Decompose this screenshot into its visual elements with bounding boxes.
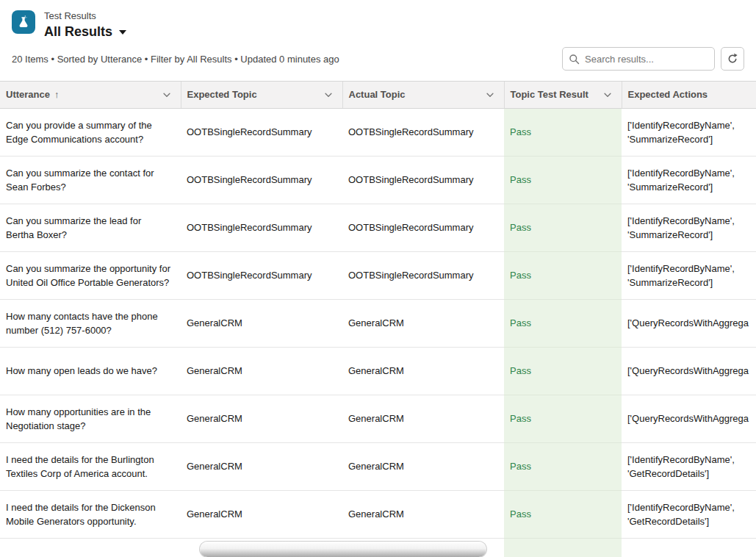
search-icon (569, 54, 580, 65)
entity-label: Test Results (44, 10, 126, 22)
table-row: How many open leads do we have? GeneralC… (0, 347, 756, 395)
table-row: Can you summarize the lead for Bertha Bo… (0, 204, 756, 251)
list-toolbar: 20 Items • Sorted by Utterance • Filter … (12, 47, 744, 71)
expected-actions-cell: ['IdentifyRecordByName', 'GetRecordDetai… (622, 490, 756, 538)
list-view-selector[interactable]: All Results (44, 24, 126, 40)
topic-test-result-cell: Pass (504, 442, 622, 490)
expected-actions-cell: ['IdentifyRecordByName', 'SummarizeRecor… (622, 156, 756, 204)
chevron-down-icon[interactable] (602, 90, 613, 100)
actual-topic-cell: OOTBSingleRecordSummary (342, 251, 504, 299)
utterance-cell: I need the details for the Dickenson Mob… (0, 490, 181, 538)
refresh-icon (727, 53, 738, 65)
table-row: Can you provide a summary of the Edge Co… (0, 108, 756, 156)
actual-topic-cell: OOTBSingleRecordSummary (342, 204, 504, 251)
expected-actions-cell: ['QueryRecordsWithAggrega (622, 299, 756, 347)
table-row: How many opportunities are in the Negoti… (0, 395, 756, 442)
column-header[interactable]: Utterance ↑ (0, 82, 181, 108)
results-table: Utterance ↑ Expected Topic Actual Topic (0, 81, 756, 557)
toolbar-actions (562, 47, 744, 71)
chevron-down-icon[interactable] (485, 90, 495, 100)
refresh-button[interactable] (721, 47, 744, 71)
expected-topic-cell: OOTBSingleRecordSummary (181, 108, 342, 156)
expected-actions-cell: ['IdentifyRecordByName', 'SummarizeRecor… (622, 204, 756, 251)
actual-topic-cell: GeneralCRM (342, 347, 504, 395)
utterance-cell: How many contacts have the phone number … (0, 299, 181, 347)
topic-test-result-cell: Pass (504, 490, 622, 538)
column-header[interactable]: Topic Test Result (504, 82, 622, 108)
column-header-label: Actual Topic (349, 89, 406, 100)
expected-actions-cell: ['QueryRecordsWithAggrega (622, 347, 756, 395)
topic-test-result-cell: Pass (504, 299, 622, 347)
actual-topic-cell: GeneralCRM (342, 299, 504, 347)
column-header-label: Expected Actions (628, 89, 708, 100)
expected-actions-cell: ['IdentifyRecordByName', (622, 538, 756, 557)
column-header-label: Topic Test Result (511, 89, 588, 100)
test-results-page: Test Results All Results 20 Items • Sort… (0, 0, 756, 557)
search-input[interactable] (585, 54, 708, 65)
page-title: All Results (44, 24, 112, 40)
actual-topic-cell: GeneralCRM (342, 442, 504, 490)
search-box (562, 47, 715, 71)
page-header: Test Results All Results (0, 0, 756, 44)
utterance-cell: Can you summarize the opportunity for Un… (0, 251, 181, 299)
actual-topic-cell: OOTBSingleRecordSummary (342, 108, 504, 156)
expected-topic-cell: OOTBSingleRecordSummary (181, 204, 342, 251)
topic-test-result-cell: Pass (504, 204, 622, 251)
expected-topic-cell: GeneralCRM (181, 395, 342, 442)
table-header-row: Utterance ↑ Expected Topic Actual Topic (0, 82, 756, 108)
column-header-label: Utterance (6, 89, 50, 100)
topic-test-result-cell: Pass (504, 395, 622, 442)
utterance-cell: How many opportunities are in the Negoti… (0, 395, 181, 442)
utterance-cell: Can you summarize the lead for Bertha Bo… (0, 204, 181, 251)
utterance-cell: Can you provide a summary of the Edge Co… (0, 108, 181, 156)
utterance-cell: I need the details for the Burlington Te… (0, 442, 181, 490)
actual-topic-cell: GeneralCRM (342, 395, 504, 442)
expected-actions-cell: ['IdentifyRecordByName', 'GetRecordDetai… (622, 442, 756, 490)
column-header[interactable]: Expected Actions (622, 82, 756, 108)
flask-icon (12, 10, 35, 34)
column-header[interactable]: Expected Topic (181, 82, 342, 108)
list-summary: 20 Items • Sorted by Utterance • Filter … (12, 54, 339, 65)
utterance-cell: Can you summarize the contact for Sean F… (0, 156, 181, 204)
title-block: Test Results All Results (44, 10, 126, 40)
expected-topic-cell: OOTBSingleRecordSummary (181, 156, 342, 204)
column-header[interactable]: Actual Topic (342, 82, 504, 108)
actual-topic-cell: GeneralCRM (342, 490, 504, 538)
table-row: Can you summarize the contact for Sean F… (0, 156, 756, 204)
expected-topic-cell: GeneralCRM (181, 347, 342, 395)
table-row: How many contacts have the phone number … (0, 299, 756, 347)
horizontal-scrollbar-thumb[interactable] (200, 542, 486, 557)
topic-test-result-cell: Pass (504, 156, 622, 204)
topic-test-result-cell: Pass (504, 108, 622, 156)
expected-actions-cell: ['IdentifyRecordByName', 'SummarizeRecor… (622, 251, 756, 299)
sort-asc-icon: ↑ (54, 89, 60, 100)
results-table-body: Can you provide a summary of the Edge Co… (0, 108, 756, 557)
table-row: I need the details for the Burlington Te… (0, 442, 756, 490)
table-row: Can you summarize the opportunity for Un… (0, 251, 756, 299)
utterance-cell: How many open leads do we have? (0, 347, 181, 395)
topic-test-result-cell: Pass (504, 251, 622, 299)
expected-topic-cell: GeneralCRM (181, 442, 342, 490)
column-header-label: Expected Topic (187, 89, 257, 100)
actual-topic-cell: OOTBSingleRecordSummary (342, 156, 504, 204)
topic-test-result-cell: Pass (504, 538, 622, 557)
chevron-down-icon[interactable] (323, 90, 334, 100)
expected-topic-cell: OOTBSingleRecordSummary (181, 251, 342, 299)
table-row: I need the details for the Dickenson Mob… (0, 490, 756, 538)
chevron-down-icon[interactable] (162, 90, 172, 100)
expected-topic-cell: GeneralCRM (181, 490, 342, 538)
expected-actions-cell: ['QueryRecordsWithAggrega (622, 395, 756, 442)
caret-down-icon (119, 30, 126, 35)
expected-actions-cell: ['IdentifyRecordByName', 'SummarizeRecor… (622, 108, 756, 156)
expected-topic-cell: GeneralCRM (181, 299, 342, 347)
utterance-cell: I need the details for the lead Phyllis (0, 538, 181, 557)
topic-test-result-cell: Pass (504, 347, 622, 395)
